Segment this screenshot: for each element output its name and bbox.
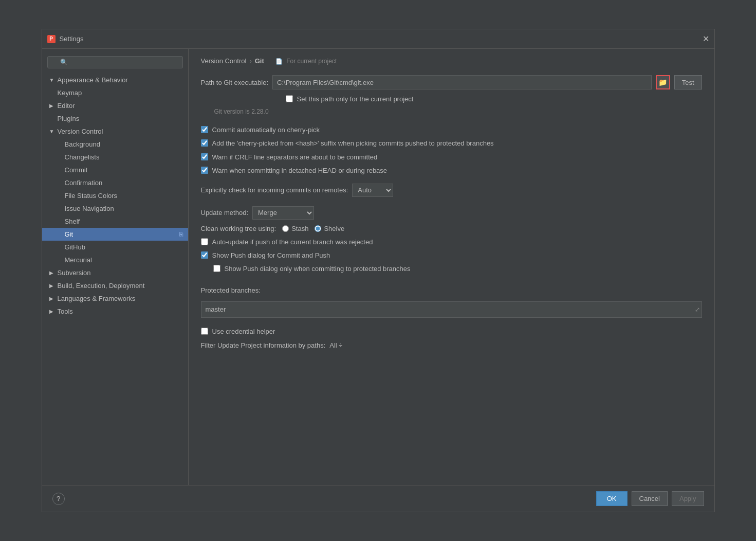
sidebar-item-changelists[interactable]: Changelists ⎘ [42,151,188,164]
help-button[interactable]: ? [52,493,65,505]
sidebar-item-git[interactable]: Git ⎘ [42,228,188,241]
browse-button[interactable]: 📁 [656,75,670,89]
sidebar-item-subversion[interactable]: ▶ Subversion ⎘ [42,266,188,279]
project-icon: 📄 [275,58,283,64]
sidebar-item-label: File Status Colors [65,192,118,200]
radio-stash-label: Stash [291,225,308,232]
sidebar-item-plugins[interactable]: Plugins ⎘ [42,112,188,125]
sidebar-item-label: Changelists [65,153,100,161]
test-button[interactable]: Test [674,75,702,89]
sidebar-item-github[interactable]: GitHub ⎘ [42,241,188,254]
sidebar-item-label: GitHub [65,243,85,251]
show-push-row: Show Push dialog for Commit and Push [201,251,702,260]
path-row: Path to Git executable: 📁 Test [201,75,702,89]
detached-checkbox[interactable] [201,167,208,174]
show-push-label: Show Push dialog for Commit and Push [212,251,330,260]
sidebar: 🔍 ▼ Appearance & Behavior ⎘ Keymap ⎘ ▶ E… [42,49,189,485]
update-method-select[interactable]: Merge Rebase Branch Default [252,206,314,220]
sidebar-item-label: Tools [58,308,73,315]
path-label: Path to Git executable: [201,79,269,86]
set-path-row: Set this path only for the current proje… [286,95,702,104]
search-input[interactable] [47,56,183,68]
update-method-row: Update method: Merge Rebase Branch Defau… [201,206,702,220]
breadcrumb-current: Git [255,57,264,65]
sidebar-item-label: Editor [58,102,75,110]
cherry-suffix-label: Add the 'cherry-picked from <hash>' suff… [212,139,494,148]
clean-tree-label: Clean working tree using: [201,225,276,232]
sidebar-item-build[interactable]: ▶ Build, Execution, Deployment ⎘ [42,279,188,292]
sidebar-item-tools[interactable]: ▶ Tools ⎘ [42,305,188,318]
breadcrumb-sep: › [249,57,251,65]
apply-button[interactable]: Apply [672,491,704,506]
auto-update-checkbox[interactable] [201,238,208,245]
filter-value[interactable]: All ÷ [329,341,342,349]
breadcrumb: Version Control › Git 📄 For current proj… [201,57,702,65]
detached-label: Warn when committing in detached HEAD or… [212,166,388,175]
sidebar-item-background[interactable]: Background ⎘ [42,138,188,151]
crlf-checkbox[interactable] [201,153,208,160]
credential-row: Use credential helper [201,327,702,336]
sidebar-item-mercurial[interactable]: Mercurial ⎘ [42,254,188,266]
sidebar-item-label: Background [65,140,100,148]
title-bar: P Settings ✕ [42,29,714,49]
sidebar-item-label: Shelf [65,218,80,225]
dialog-title: Settings [60,35,84,43]
expand-icon[interactable]: ⤢ [695,306,700,313]
protected-branches-input[interactable] [201,301,702,318]
sidebar-item-editor[interactable]: ▶ Editor ⎘ [42,99,188,112]
commit-cherry-checkbox[interactable] [201,126,208,133]
sidebar-item-label: Subversion [58,269,91,277]
sidebar-item-keymap[interactable]: Keymap ⎘ [42,86,188,99]
git-path-input[interactable] [272,75,652,89]
show-push-checkbox[interactable] [201,251,208,259]
expand-arrow: ▶ [49,296,54,301]
sidebar-item-label: Languages & Frameworks [58,295,136,302]
settings-dialog: P Settings ✕ 🔍 ▼ Appearance & Behavior ⎘… [42,29,715,512]
sidebar-item-issue-navigation[interactable]: Issue Navigation ⎘ [42,202,188,215]
sidebar-item-label: Issue Navigation [65,205,114,212]
sidebar-item-label: Mercurial [65,256,92,264]
credential-label: Use credential helper [212,327,275,336]
sidebar-item-label: Confirmation [65,179,103,187]
ok-button[interactable]: OK [596,491,628,506]
auto-update-label: Auto-update if push of the current branc… [212,238,373,247]
git-version-text: Git version is 2.28.0 [214,108,702,115]
sidebar-item-version-control[interactable]: ▼ Version Control ⎘ [42,125,188,138]
push-protected-checkbox[interactable] [213,265,220,272]
set-path-checkbox[interactable] [286,95,293,102]
sidebar-item-shelf[interactable]: Shelf ⎘ [42,215,188,228]
sidebar-item-label: Commit [65,166,88,174]
auto-update-row: Auto-update if push of the current branc… [201,238,702,247]
detached-row: Warn when committing in detached HEAD or… [201,166,702,175]
close-button[interactable]: ✕ [703,35,709,43]
sidebar-item-file-status-colors[interactable]: File Status Colors ⎘ [42,189,188,202]
radio-shelve[interactable] [315,225,321,232]
filter-label: Filter Update Project information by pat… [201,341,326,349]
sidebar-item-label: Plugins [58,115,80,122]
sidebar-item-appearance[interactable]: ▼ Appearance & Behavior ⎘ [42,74,188,86]
protected-branches-row: Protected branches: [201,286,702,296]
expand-arrow: ▼ [49,129,54,134]
main-panel: Version Control › Git 📄 For current proj… [189,49,714,485]
radio-stash-option[interactable]: Stash [282,225,308,232]
incoming-commits-select[interactable]: Auto Always Never [352,184,393,197]
sidebar-item-label: Keymap [58,89,82,97]
expand-arrow: ▶ [49,283,54,288]
sidebar-item-languages[interactable]: ▶ Languages & Frameworks ⎘ [42,292,188,305]
cancel-button[interactable]: Cancel [632,491,668,506]
sidebar-item-commit[interactable]: Commit ⎘ [42,164,188,176]
radio-shelve-option[interactable]: Shelve [315,225,344,232]
sidebar-item-confirmation[interactable]: Confirmation ⎘ [42,176,188,189]
credential-checkbox[interactable] [201,328,208,335]
search-bar: 🔍 [42,53,188,71]
main-content: 🔍 ▼ Appearance & Behavior ⎘ Keymap ⎘ ▶ E… [42,49,714,485]
sidebar-item-label: Build, Execution, Deployment [58,282,145,290]
app-icon: P [47,35,56,43]
expand-arrow: ▼ [49,77,54,83]
update-method-label: Update method: [201,209,249,217]
push-protected-row: Show Push dialog only when committing to… [213,264,702,274]
radio-stash[interactable] [282,225,289,232]
footer: ? OK Cancel Apply [42,485,714,512]
cherry-suffix-checkbox[interactable] [201,139,208,147]
sidebar-item-label: Git [65,230,73,238]
